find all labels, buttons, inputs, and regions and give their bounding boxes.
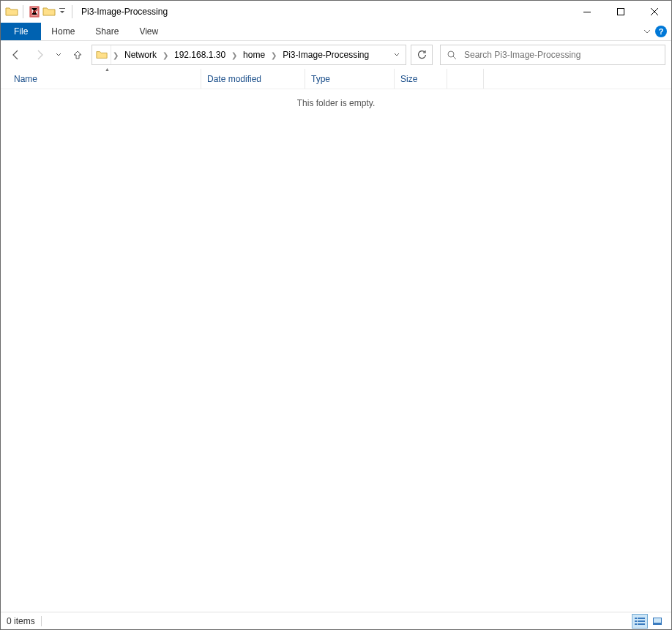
separator bbox=[41, 616, 42, 626]
svg-rect-7 bbox=[635, 620, 637, 622]
separator bbox=[23, 5, 23, 18]
status-bar: 0 items bbox=[1, 612, 671, 629]
svg-rect-12 bbox=[654, 618, 661, 623]
properties-icon[interactable] bbox=[28, 5, 41, 18]
breadcrumb-items: ❯ Network ❯ 192.168.1.30 ❯ home ❯ Pi3-Im… bbox=[111, 50, 388, 60]
svg-rect-5 bbox=[635, 618, 637, 619]
svg-rect-9 bbox=[635, 623, 637, 625]
help-icon[interactable]: ? bbox=[655, 26, 667, 37]
svg-rect-3 bbox=[618, 9, 624, 15]
empty-folder-message: This folder is empty. bbox=[1, 89, 671, 108]
file-tab[interactable]: File bbox=[1, 23, 41, 40]
breadcrumb-home[interactable]: home bbox=[239, 50, 269, 60]
ribbon: File Home Share View ? bbox=[1, 23, 671, 41]
status-item-count: 0 items bbox=[7, 616, 35, 626]
column-headers: Name ▲ Date modified Type Size bbox=[1, 69, 671, 89]
tab-share[interactable]: Share bbox=[85, 23, 129, 40]
window-title: Pi3-Image-Processing bbox=[81, 7, 168, 17]
up-button[interactable] bbox=[68, 45, 87, 64]
chevron-right-icon[interactable]: ❯ bbox=[111, 51, 120, 59]
svg-point-4 bbox=[448, 51, 454, 57]
ribbon-expand-icon[interactable] bbox=[643, 28, 651, 35]
folder-icon[interactable] bbox=[42, 5, 56, 18]
separator bbox=[72, 5, 72, 18]
column-header-name[interactable]: Name ▲ bbox=[14, 69, 201, 89]
sort-ascending-icon: ▲ bbox=[105, 67, 110, 72]
chevron-right-icon[interactable]: ❯ bbox=[161, 51, 170, 59]
column-header-size[interactable]: Size bbox=[395, 69, 447, 89]
tab-home[interactable]: Home bbox=[41, 23, 85, 40]
search-icon bbox=[447, 50, 457, 60]
column-header-blank[interactable] bbox=[447, 69, 484, 89]
column-header-name-label: Name bbox=[14, 74, 37, 84]
svg-rect-8 bbox=[638, 620, 645, 622]
file-list[interactable]: This folder is empty. bbox=[1, 89, 671, 612]
maximize-button[interactable] bbox=[604, 1, 638, 23]
details-view-button[interactable] bbox=[632, 614, 648, 629]
chevron-right-icon[interactable]: ❯ bbox=[269, 51, 278, 59]
address-folder-icon[interactable] bbox=[92, 45, 111, 64]
navigation-row: ❯ Network ❯ 192.168.1.30 ❯ home ❯ Pi3-Im… bbox=[1, 41, 671, 69]
svg-rect-1 bbox=[59, 8, 65, 9]
column-header-type[interactable]: Type bbox=[305, 69, 395, 89]
column-header-date[interactable]: Date modified bbox=[201, 69, 305, 89]
tab-view[interactable]: View bbox=[129, 23, 168, 40]
back-button[interactable] bbox=[7, 45, 26, 64]
breadcrumb-host[interactable]: 192.168.1.30 bbox=[170, 50, 230, 60]
minimize-button[interactable] bbox=[570, 1, 604, 23]
qat-dropdown-icon[interactable] bbox=[57, 7, 67, 17]
svg-rect-10 bbox=[638, 623, 645, 625]
window-controls bbox=[570, 1, 671, 23]
refresh-button[interactable] bbox=[411, 45, 433, 65]
close-button[interactable] bbox=[638, 1, 671, 23]
titlebar: Pi3-Image-Processing bbox=[1, 1, 671, 23]
address-history-dropdown[interactable] bbox=[388, 52, 406, 58]
quick-access-toolbar bbox=[1, 1, 75, 23]
breadcrumb-network[interactable]: Network bbox=[120, 50, 161, 60]
forward-button[interactable] bbox=[30, 45, 49, 64]
recent-locations-dropdown[interactable] bbox=[53, 45, 64, 64]
large-icons-view-button[interactable] bbox=[649, 614, 665, 629]
svg-rect-2 bbox=[583, 12, 591, 12]
explorer-window: Pi3-Image-Processing File Home Share Vie… bbox=[0, 0, 672, 630]
folder-icon bbox=[5, 5, 18, 18]
search-input[interactable] bbox=[463, 49, 659, 61]
chevron-right-icon[interactable]: ❯ bbox=[230, 51, 239, 59]
search-box[interactable] bbox=[440, 45, 665, 65]
address-bar[interactable]: ❯ Network ❯ 192.168.1.30 ❯ home ❯ Pi3-Im… bbox=[92, 45, 406, 65]
breadcrumb-current[interactable]: Pi3-Image-Processing bbox=[278, 50, 373, 60]
svg-rect-6 bbox=[638, 618, 645, 619]
